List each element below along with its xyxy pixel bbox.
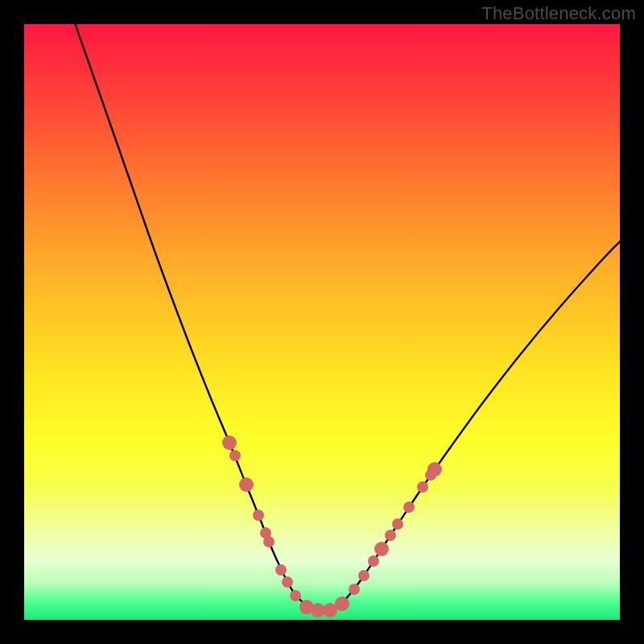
marker-dot	[222, 436, 237, 450]
marker-dot	[349, 584, 360, 595]
marker-dot	[239, 477, 254, 492]
watermark-text: TheBottleneck.com	[481, 3, 636, 24]
marker-dot	[253, 510, 264, 521]
marker-dot	[290, 590, 301, 601]
curve-svg	[24, 24, 620, 620]
marker-dot	[275, 564, 287, 576]
chart-frame: TheBottleneck.com	[0, 0, 644, 644]
marker-dot	[385, 530, 396, 541]
bottleneck-curve	[72, 24, 620, 613]
marker-dot	[427, 462, 442, 477]
marker-dot	[335, 597, 349, 611]
marker-dot	[417, 481, 428, 493]
marker-dot	[358, 570, 369, 581]
marker-dot	[368, 555, 379, 567]
marker-dot	[374, 542, 389, 556]
plot-area	[24, 24, 620, 620]
marker-dot	[282, 576, 293, 588]
marker-dot	[403, 502, 415, 513]
highlight-dots	[222, 436, 442, 617]
marker-dot	[392, 518, 403, 530]
marker-dot	[229, 450, 241, 461]
marker-dot	[263, 536, 275, 547]
